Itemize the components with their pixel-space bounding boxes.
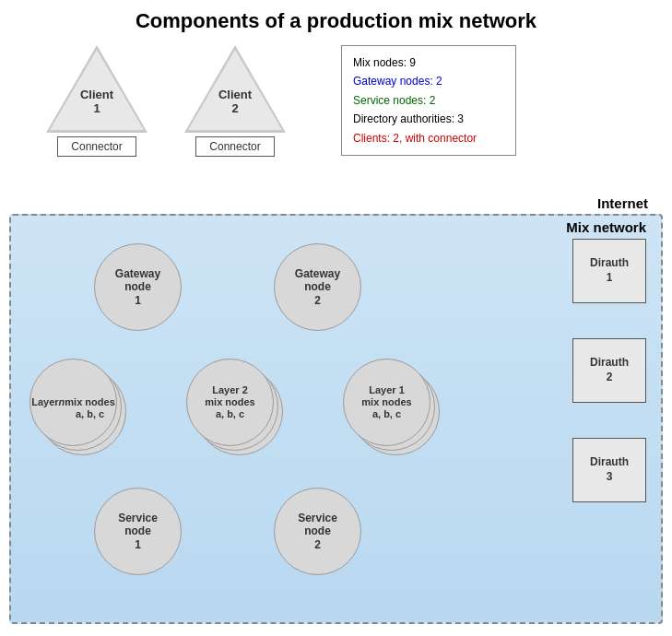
connector-1: Connector [57, 136, 136, 157]
gateway-node-1: Gatewaynode1 [94, 243, 182, 331]
clients-area: Client1 Connector Client2 Connector [46, 45, 286, 157]
dirauth-3: Dirauth3 [572, 438, 646, 502]
service-node-1: Servicenode1 [94, 488, 182, 575]
mix-network-label: Mix network [566, 219, 646, 235]
page-title: Components of a production mix network [9, 9, 663, 33]
top-area: Client1 Connector Client2 Connector Mix … [46, 41, 663, 157]
legend-dir-auth: Directory authorities: 3 [353, 110, 504, 128]
client-2-label: Client2 [184, 88, 286, 116]
gateway-nodes-row: Gatewaynode1 Gatewaynode2 [94, 243, 361, 331]
legend-service-nodes: Service nodes: 2 [353, 91, 504, 110]
service-node-2: Servicenode2 [274, 488, 361, 575]
layer-1-group: Layer 1mix nodesa, b, c [343, 359, 444, 460]
legend-mix-nodes: Mix nodes: 9 [353, 53, 504, 72]
mix-nodes-row: Layer nmix nodesa, b, c Layer 2mix nodes… [29, 359, 444, 460]
dirauth-2: Dirauth2 [572, 338, 646, 403]
legend-gateway-nodes: Gateway nodes: 2 [353, 72, 504, 90]
client-1-label: Client1 [46, 88, 147, 116]
connector-2: Connector [195, 136, 274, 157]
client-1-group: Client1 Connector [46, 45, 147, 157]
layer-2-circle-front: Layer 2mix nodesa, b, c [186, 359, 274, 446]
internet-label: Internet [597, 195, 648, 211]
dirauth-1: Dirauth1 [572, 239, 646, 303]
internet-area: Mix network Gatewaynode1 Gatewaynode2 La… [9, 214, 663, 624]
dirauth-column: Dirauth1 Dirauth2 Dirauth3 [572, 239, 646, 502]
client-2-group: Client2 Connector [184, 45, 286, 157]
legend-box: Mix nodes: 9 Gateway nodes: 2 Service no… [341, 45, 516, 156]
layer-n-circle-front: Layer nmix nodesa, b, c [29, 359, 117, 446]
gateway-node-2: Gatewaynode2 [274, 243, 361, 331]
client-1-triangle: Client1 [46, 45, 147, 133]
layer-n-group: Layer nmix nodesa, b, c [29, 359, 131, 460]
page: Components of a production mix network C… [0, 0, 672, 636]
client-2-triangle: Client2 [184, 45, 286, 133]
legend-clients: Clients: 2, with connector [353, 129, 504, 147]
layer-2-group: Layer 2mix nodesa, b, c [186, 359, 288, 460]
layer-1-circle-front: Layer 1mix nodesa, b, c [343, 359, 430, 446]
service-nodes-row: Servicenode1 Servicenode2 [94, 488, 361, 575]
